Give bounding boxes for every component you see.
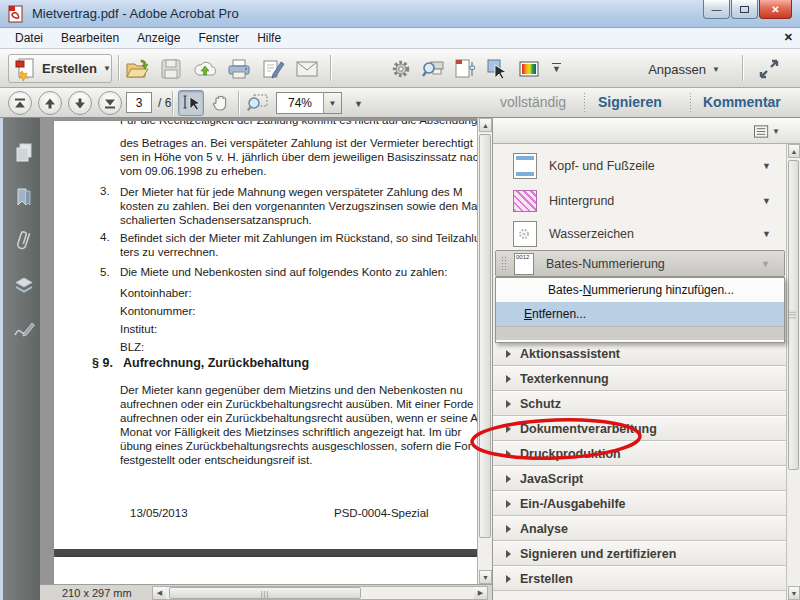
list-number: 5. xyxy=(100,266,120,278)
tool-background[interactable]: Hintergrund ▼ xyxy=(495,183,785,218)
document-vertical-scrollbar[interactable]: ▲ ▼ xyxy=(477,118,492,584)
menu-partial-row xyxy=(496,326,784,340)
document-horizontal-scrollbar[interactable]: ◀ ||| ▶ xyxy=(152,586,488,600)
anpassen-dropdown[interactable]: Anpassen ▼ xyxy=(638,57,730,81)
chevron-down-icon: ▼ xyxy=(762,229,771,239)
tab-separator xyxy=(690,93,691,113)
list-number: 4. xyxy=(100,231,120,243)
panel-section-row[interactable]: Druckproduktion xyxy=(493,441,786,466)
scroll-up-icon[interactable]: ▲ xyxy=(479,118,492,132)
toolbar-overflow-icon[interactable]: ▼ xyxy=(354,99,363,109)
marquee-zoom-button[interactable] xyxy=(244,90,270,116)
close-button[interactable]: ✕ xyxy=(759,0,792,19)
pdf-page[interactable]: Für die Rechtzeitigkeit der Zahlung komm… xyxy=(54,121,477,549)
create-pdf-button[interactable]: Erstellen ▼ xyxy=(8,54,112,83)
panel-scrollbar[interactable]: ▲ ||| ▼ xyxy=(786,144,800,600)
panel-section-row[interactable]: Ein-/Ausgabehilfe xyxy=(493,491,786,516)
document-text-line: Für die Rechtzeitigkeit der Zahlung komm… xyxy=(120,121,477,126)
tab-werkzeuge[interactable]: vollständig xyxy=(500,94,566,110)
panel-section-row[interactable]: Analyse xyxy=(493,516,786,541)
attachments-paperclip-icon[interactable] xyxy=(12,228,36,254)
tool-header-footer[interactable]: Kopf- und Fußzeile ▼ xyxy=(495,148,785,183)
document-viewport[interactable]: Für die Rechtzeitigkeit der Zahlung komm… xyxy=(40,118,492,600)
hand-tool-button[interactable] xyxy=(207,90,233,116)
panel-section-row[interactable]: JavaScript xyxy=(493,466,786,491)
page-total-label: / 6 xyxy=(158,96,171,110)
sign-document-button[interactable] xyxy=(260,56,286,82)
menu-bearbeiten[interactable]: Bearbeiten xyxy=(52,29,128,47)
next-page-button[interactable] xyxy=(68,91,92,115)
minimize-button[interactable]: — xyxy=(703,0,730,19)
bates-numbering-icon: 0012 xyxy=(514,253,534,275)
next-pdf-page[interactable] xyxy=(54,557,477,584)
previous-page-button[interactable] xyxy=(38,91,62,115)
expand-triangle-icon xyxy=(506,475,511,483)
page-thumbnails-icon[interactable] xyxy=(12,140,36,166)
scroll-up-icon[interactable]: ▲ xyxy=(788,144,800,158)
zoom-level-value[interactable]: 74% xyxy=(277,93,323,113)
scroll-right-icon[interactable]: ▶ xyxy=(474,587,487,599)
zoom-level-combo[interactable]: 74% ▼ xyxy=(276,92,342,114)
title-bar[interactable]: Mietvertrag.pdf - Adobe Acrobat Pro — ✕ xyxy=(0,0,800,28)
menubar-close-icon[interactable]: ✕ xyxy=(784,31,793,44)
print-preview-search-button[interactable] xyxy=(420,56,446,82)
panel-section-row[interactable]: Schutz xyxy=(493,391,786,416)
scroll-left-icon[interactable]: ◀ xyxy=(153,587,166,599)
expand-triangle-icon xyxy=(506,350,511,358)
vertical-scroll-thumb[interactable] xyxy=(479,134,491,538)
resize-panes-button[interactable] xyxy=(756,56,782,82)
panel-section-row[interactable]: Aktionsassistent xyxy=(493,341,786,366)
menu-item-add-bates[interactable]: Bates-Nummerierung hinzufügen... xyxy=(496,278,784,302)
maximize-button[interactable] xyxy=(731,0,758,19)
zoom-dropdown-icon[interactable]: ▼ xyxy=(323,93,341,113)
color-settings-button[interactable] xyxy=(516,56,542,82)
signatures-icon[interactable] xyxy=(12,318,36,344)
tool-bates-numbering[interactable]: 0012 Bates-Nummerierung ▼ xyxy=(495,250,785,277)
panel-section-row[interactable]: Texterkennung xyxy=(493,366,786,391)
tool-watermark[interactable]: Wasserzeichen ▼ xyxy=(495,218,785,250)
select-text-tool-button[interactable] xyxy=(178,90,204,116)
menu-datei[interactable]: Datei xyxy=(6,29,52,47)
toolbar-separator xyxy=(330,55,331,81)
scroll-down-icon[interactable]: ▼ xyxy=(788,586,800,600)
tab-kommentar[interactable]: Kommentar xyxy=(703,94,781,110)
page-gap xyxy=(54,549,477,557)
settings-gear-button[interactable] xyxy=(388,56,414,82)
print-button[interactable] xyxy=(226,56,252,82)
layers-icon[interactable] xyxy=(12,273,36,299)
first-page-button[interactable] xyxy=(8,91,32,115)
panel-section-row[interactable]: Dokumentverarbeitung xyxy=(493,416,786,441)
expand-triangle-icon xyxy=(506,500,511,508)
menu-fenster[interactable]: Fenster xyxy=(189,29,248,47)
section-heading: Aufrechnung, Zurückbehaltung xyxy=(123,356,309,370)
page-number-input[interactable]: 3 xyxy=(126,92,152,113)
open-file-button[interactable] xyxy=(124,56,150,82)
panel-section-row[interactable]: Erstellen xyxy=(493,566,786,591)
anpassen-label: Anpassen xyxy=(648,62,706,77)
email-button[interactable] xyxy=(294,56,320,82)
tab-separator xyxy=(584,93,585,113)
create-pdf-icon xyxy=(14,57,36,81)
scroll-down-icon[interactable]: ▼ xyxy=(479,570,492,584)
document-paragraph: Der Mieter hat für jede Mahnung wegen ve… xyxy=(120,185,477,227)
menu-anzeige[interactable]: Anzeige xyxy=(128,29,189,47)
upload-cloud-button[interactable] xyxy=(192,56,218,82)
save-button[interactable] xyxy=(158,56,184,82)
tab-signieren[interactable]: Signieren xyxy=(598,94,662,110)
bookmarks-icon[interactable] xyxy=(12,185,36,211)
section-number: § 9. xyxy=(92,356,113,370)
panel-scroll-thumb[interactable]: ||| xyxy=(788,160,799,470)
select-object-button[interactable] xyxy=(484,56,510,82)
expand-triangle-icon xyxy=(506,450,511,458)
menu-item-remove-bates[interactable]: Entfernen... xyxy=(496,302,784,326)
horizontal-scroll-thumb[interactable]: ||| xyxy=(169,587,361,599)
menu-bar: Datei Bearbeiten Anzeige Fenster Hilfe ✕ xyxy=(0,28,800,49)
page-setup-button[interactable] xyxy=(452,56,478,82)
last-page-button[interactable] xyxy=(98,91,122,115)
menu-hilfe[interactable]: Hilfe xyxy=(248,29,290,47)
panel-section-row[interactable]: Signieren und zertifizieren xyxy=(493,541,786,566)
panel-options-icon[interactable]: ▼ xyxy=(754,124,780,138)
panel-top-bar: ▼ xyxy=(493,118,800,144)
expand-triangle-icon xyxy=(506,550,511,558)
expand-triangle-icon xyxy=(506,400,511,408)
